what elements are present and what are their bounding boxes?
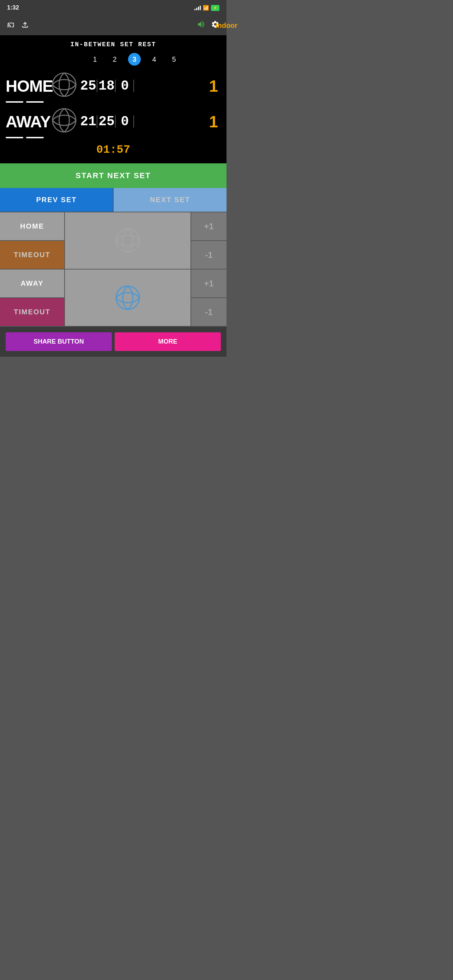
home-control-section: HOME TIMEOUT +1 -1 bbox=[0, 212, 227, 269]
controls-section: PREV SET NEXT SET HOME TIMEOUT +1 -1 AWA… bbox=[0, 188, 227, 326]
status-time: 1:32 bbox=[7, 4, 19, 11]
scoreboard-wrap: IN-BETWEEN SET REST 1 2 3 4 5 HOME bbox=[0, 35, 227, 163]
home-plus-button[interactable]: +1 bbox=[191, 212, 227, 240]
home-team-name: HOME bbox=[6, 76, 51, 95]
home-row: HOME 25 18 0 1 bbox=[6, 72, 221, 100]
away-control-section: AWAY TIMEOUT +1 -1 bbox=[0, 269, 227, 326]
set-2: 2 bbox=[108, 53, 121, 65]
away-adj-col: +1 -1 bbox=[191, 269, 227, 326]
battery-icon: ⚡ bbox=[211, 5, 219, 11]
home-timeout-button[interactable]: TIMEOUT bbox=[0, 241, 64, 269]
home-minus-button[interactable]: -1 bbox=[191, 241, 227, 269]
upload-icon[interactable] bbox=[21, 21, 29, 30]
home-score-s3: 0 bbox=[116, 78, 134, 94]
app-title: Indoor bbox=[216, 22, 227, 30]
next-set-button[interactable]: NEXT SET bbox=[114, 188, 227, 212]
away-volleyball-icon bbox=[51, 108, 77, 135]
bottom-bar: SHARE BUTTON MORE bbox=[0, 327, 227, 356]
home-volleyball-center bbox=[65, 212, 191, 269]
away-button[interactable]: AWAY bbox=[0, 269, 64, 298]
svg-point-1 bbox=[52, 109, 76, 132]
home-btn-col: HOME TIMEOUT bbox=[0, 212, 64, 269]
away-btn-col: AWAY TIMEOUT bbox=[0, 269, 64, 326]
away-ball-icon bbox=[115, 285, 140, 310]
home-button[interactable]: HOME bbox=[0, 212, 64, 240]
svg-point-0 bbox=[52, 73, 76, 96]
start-next-set-button[interactable]: START NEXT SET bbox=[0, 163, 227, 188]
cast-icon[interactable] bbox=[7, 21, 15, 30]
away-row: AWAY 21 25 0 1 bbox=[6, 108, 221, 135]
prev-set-button[interactable]: PREV SET bbox=[0, 188, 113, 212]
away-score-s2: 25 bbox=[97, 114, 116, 129]
home-adj-col: +1 -1 bbox=[191, 212, 227, 269]
away-plus-button[interactable]: +1 bbox=[191, 269, 227, 298]
away-total: 1 bbox=[209, 112, 221, 131]
wifi-icon: 📶 bbox=[203, 5, 209, 11]
set-1: 1 bbox=[89, 53, 101, 65]
more-button[interactable]: MORE bbox=[114, 332, 221, 351]
share-button[interactable]: SHARE BUTTON bbox=[6, 332, 112, 351]
scoreboard: IN-BETWEEN SET REST 1 2 3 4 5 HOME bbox=[0, 35, 227, 163]
home-ball-icon bbox=[115, 228, 140, 253]
set-5: 5 bbox=[168, 53, 180, 65]
away-minus-button[interactable]: -1 bbox=[191, 298, 227, 326]
away-score-s1: 21 bbox=[79, 114, 97, 129]
home-score-s1: 25 bbox=[79, 78, 97, 94]
rest-timer: 01:57 bbox=[6, 143, 221, 156]
toolbar: Indoor bbox=[0, 16, 227, 35]
scoreboard-title: IN-BETWEEN SET REST bbox=[6, 41, 221, 48]
away-underline bbox=[6, 137, 221, 138]
home-set-scores: 25 18 0 bbox=[79, 78, 171, 94]
home-underline bbox=[6, 101, 221, 103]
volume-icon[interactable] bbox=[197, 20, 205, 31]
signal-bars-icon bbox=[194, 5, 201, 10]
away-set-scores: 21 25 0 bbox=[79, 114, 171, 129]
home-total: 1 bbox=[209, 76, 221, 95]
away-volleyball-center bbox=[65, 269, 191, 326]
svg-point-2 bbox=[116, 229, 139, 252]
away-team-name: AWAY bbox=[6, 112, 51, 131]
status-bar: 1:32 📶 ⚡ bbox=[0, 0, 227, 16]
set-nav-row: PREV SET NEXT SET bbox=[0, 188, 227, 212]
set-4: 4 bbox=[148, 53, 161, 65]
away-timeout-button[interactable]: TIMEOUT bbox=[0, 298, 64, 326]
status-icons: 📶 ⚡ bbox=[194, 5, 219, 11]
home-score-s2: 18 bbox=[97, 78, 116, 94]
set-3-active: 3 bbox=[128, 53, 141, 65]
set-indicators: 1 2 3 4 5 bbox=[6, 53, 221, 65]
away-score-s3: 0 bbox=[116, 114, 134, 129]
home-volleyball-icon bbox=[51, 72, 77, 100]
svg-point-3 bbox=[116, 286, 139, 309]
toolbar-left bbox=[7, 21, 29, 30]
